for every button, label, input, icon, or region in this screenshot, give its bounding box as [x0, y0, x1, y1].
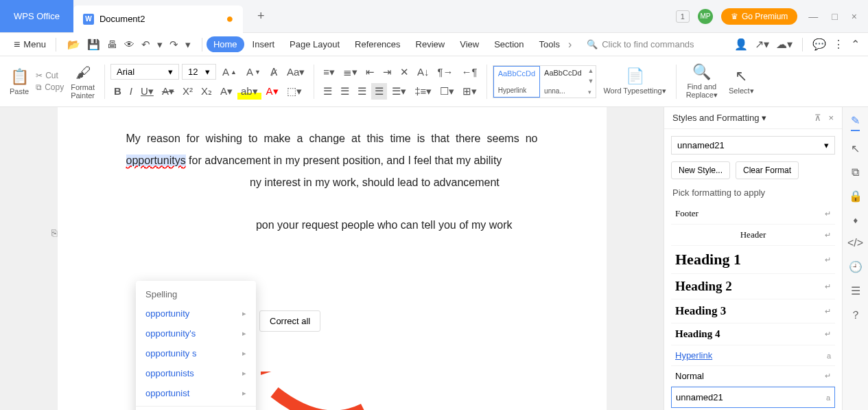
- more-icon[interactable]: ⋮: [833, 38, 844, 52]
- ltr-button[interactable]: ¶→: [434, 64, 457, 80]
- current-style-select[interactable]: unnamed21 ▾: [671, 136, 835, 155]
- open-icon[interactable]: 📂: [66, 37, 82, 52]
- clipboard-pane-icon[interactable]: ⧉: [852, 166, 859, 179]
- app-tab[interactable]: WPS Office: [0, 0, 73, 32]
- style-list-item[interactable]: unnamed21a: [671, 387, 835, 408]
- new-style-button[interactable]: New Style...: [671, 161, 730, 179]
- go-premium-button[interactable]: ♛ Go Premium: [721, 8, 797, 25]
- pin-icon[interactable]: ⊼: [814, 113, 821, 123]
- word-typesetting-button[interactable]: 📄 Word Typesetting▾: [599, 67, 670, 95]
- style-list-item[interactable]: Footer↵: [671, 203, 835, 225]
- borders-button[interactable]: ⊞▾: [459, 83, 480, 100]
- undo-icon[interactable]: ↶: [140, 37, 152, 52]
- select-pane-icon[interactable]: ↖: [851, 142, 860, 155]
- style-list-item[interactable]: Header↵: [671, 225, 835, 246]
- paste-group[interactable]: 📋 Paste: [5, 68, 33, 95]
- tab-references[interactable]: References: [348, 36, 407, 52]
- style-gallery-item[interactable]: AaBbCcDd Hyperlink: [493, 66, 540, 98]
- strikethrough-button[interactable]: A▾: [159, 83, 178, 100]
- format-pane-icon[interactable]: ✎: [851, 114, 860, 131]
- suggestion-item[interactable]: opportunity s▸: [136, 343, 256, 363]
- font-name-select[interactable]: Arial▾: [110, 64, 179, 80]
- command-search[interactable]: 🔍 Click to find commands: [587, 39, 733, 49]
- tab-section[interactable]: Section: [487, 36, 530, 52]
- main-menu-button[interactable]: ≡ Menu: [8, 36, 51, 54]
- close-icon[interactable]: ×: [828, 113, 834, 123]
- code-icon[interactable]: </>: [847, 237, 863, 249]
- share-icon[interactable]: ↗▾: [755, 38, 769, 52]
- font-color-button[interactable]: A▾: [263, 83, 282, 100]
- style-list-item[interactable]: Heading 1↵: [671, 246, 835, 274]
- distribute-button[interactable]: ☰▾: [388, 83, 410, 100]
- suggestion-item[interactable]: opportunity's▸: [136, 323, 256, 343]
- tab-overflow-icon[interactable]: ›: [568, 38, 572, 51]
- new-tab-button[interactable]: +: [248, 4, 273, 29]
- highlight-button[interactable]: ab▾: [237, 83, 261, 100]
- window-maximize[interactable]: □: [829, 8, 840, 25]
- gallery-up-icon[interactable]: ▲: [588, 67, 594, 74]
- gallery-more-icon[interactable]: ▾: [588, 89, 594, 95]
- panel-title[interactable]: Styles and Formatting▾: [672, 113, 766, 123]
- numbering-button[interactable]: ≣▾: [340, 64, 361, 80]
- tab-insert[interactable]: Insert: [246, 36, 282, 52]
- comment-icon[interactable]: 💬: [812, 38, 826, 52]
- italic-button[interactable]: I: [126, 83, 136, 100]
- increase-indent-button[interactable]: ⇥: [379, 64, 395, 80]
- align-center-button[interactable]: ☰: [337, 83, 353, 100]
- subscript-button[interactable]: X₂: [198, 83, 215, 100]
- style-gallery-item[interactable]: AaBbCcDd unna...: [540, 66, 585, 98]
- style-gallery[interactable]: AaBbCcDd Hyperlink AaBbCcDd unna... ▲ ▼ …: [493, 65, 597, 98]
- tab-home[interactable]: Home: [207, 36, 244, 52]
- text-direction-button[interactable]: A↓: [414, 64, 433, 80]
- tab-review[interactable]: Review: [409, 36, 452, 52]
- style-list-item[interactable]: Heading 3↵: [671, 299, 835, 323]
- sort-button[interactable]: ✕: [397, 64, 412, 80]
- find-replace-button[interactable]: 🔍 Find and Replace▾: [682, 63, 722, 100]
- suggestion-item[interactable]: opportunist▸: [136, 383, 256, 403]
- bullets-button[interactable]: ≡▾: [320, 64, 338, 80]
- gallery-down-icon[interactable]: ▼: [588, 78, 594, 84]
- window-badge[interactable]: 1: [676, 10, 690, 23]
- style-list-item[interactable]: Heading 4↵: [671, 323, 835, 345]
- copy-button[interactable]: ⧉Copy: [36, 82, 64, 92]
- bookmark-icon[interactable]: ⬧: [852, 214, 859, 226]
- increase-font-button[interactable]: A▲: [219, 64, 240, 80]
- line-spacing-button[interactable]: ‡≡▾: [411, 83, 435, 100]
- style-list-item[interactable]: Heading 2↵: [671, 274, 835, 299]
- align-left-button[interactable]: ☰: [320, 83, 336, 100]
- document-area[interactable]: ⎘▾ My reason for wishing to make a chang…: [0, 107, 664, 410]
- redo-dropdown-icon[interactable]: ▾: [184, 37, 192, 52]
- tab-tools[interactable]: Tools: [532, 36, 567, 52]
- print-icon[interactable]: 🖶: [106, 37, 119, 52]
- superscript-button[interactable]: X²: [179, 83, 196, 100]
- change-case-button[interactable]: Aa▾: [283, 64, 308, 80]
- cut-button[interactable]: ✂Cut: [36, 71, 64, 80]
- save-icon[interactable]: 💾: [86, 37, 102, 52]
- window-close[interactable]: ×: [849, 8, 860, 25]
- select-button[interactable]: ↖ Select▾: [725, 67, 758, 95]
- align-justify-button[interactable]: ☰: [371, 83, 387, 100]
- lock-icon[interactable]: 🔒: [849, 190, 863, 203]
- tab-page-layout[interactable]: Page Layout: [283, 36, 347, 52]
- print-preview-icon[interactable]: 👁: [123, 37, 136, 52]
- clear-format-button[interactable]: Clear Format: [736, 161, 799, 179]
- spelling-error[interactable]: opportunitys: [126, 155, 186, 166]
- style-list-item[interactable]: Hyperlinka: [671, 345, 835, 366]
- collapse-ribbon-icon[interactable]: ⌃: [851, 38, 860, 52]
- char-border-button[interactable]: ⬚▾: [283, 83, 305, 100]
- suggestion-item[interactable]: opportunists▸: [136, 363, 256, 383]
- underline-button[interactable]: U▾: [137, 83, 157, 100]
- format-painter-button[interactable]: 🖌 Format Painter: [67, 64, 99, 100]
- window-minimize[interactable]: —: [806, 8, 821, 25]
- clear-formatting-button[interactable]: A̷: [267, 64, 281, 80]
- align-right-button[interactable]: ☰: [354, 83, 370, 100]
- suggestion-item[interactable]: opportunity▸: [136, 304, 256, 323]
- font-size-select[interactable]: 12▾: [182, 64, 216, 80]
- decrease-font-button[interactable]: A▼: [243, 64, 264, 80]
- document-tab[interactable]: W Document2 ●: [73, 5, 243, 33]
- bold-button[interactable]: B: [110, 83, 125, 100]
- save-cloud-icon[interactable]: ☁▾: [776, 38, 793, 52]
- rtl-button[interactable]: ←¶: [458, 64, 481, 80]
- undo-dropdown-icon[interactable]: ▾: [156, 37, 164, 52]
- style-list[interactable]: Footer↵ Header↵ Heading 1↵ Heading 2↵ He…: [664, 203, 842, 410]
